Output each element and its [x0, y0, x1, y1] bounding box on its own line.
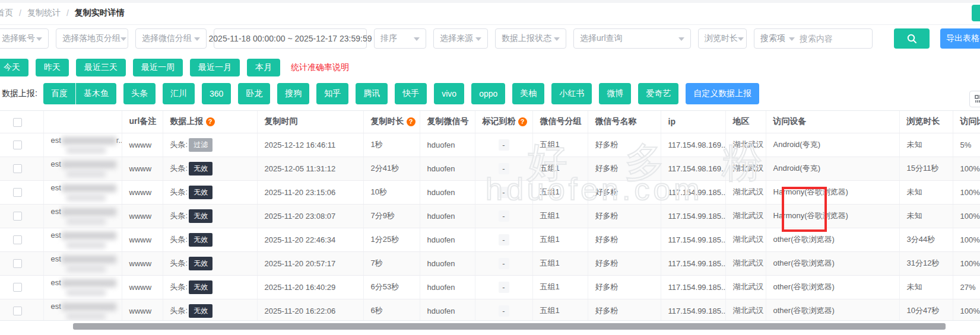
quick-date-button[interactable]: 最近一月	[190, 59, 240, 76]
blurred-text	[66, 266, 106, 272]
platform-button[interactable]: 知乎	[316, 83, 348, 104]
help-icon[interactable]	[206, 117, 215, 126]
sort-select[interactable]: 排序	[374, 28, 426, 49]
quick-date-button[interactable]: 昨天	[36, 59, 69, 76]
search-button[interactable]	[894, 28, 930, 49]
cell-wechat-group: 五组1	[532, 275, 588, 299]
cell-report-status: 头条:过滤	[163, 133, 257, 157]
mark-chip: -	[499, 187, 509, 198]
report-status-select[interactable]: 数据上报状态	[495, 28, 566, 49]
quick-date-button[interactable]: 今天	[0, 59, 28, 76]
data-table-container: url备注数据上报复制时间复制时长复制微信号标记到粉微信号分组微信号名称ip地区…	[0, 110, 980, 321]
platform-button[interactable]: 腾讯	[356, 83, 388, 104]
platform-button[interactable]: 小红书	[551, 83, 592, 104]
row-checkbox[interactable]	[13, 259, 22, 268]
account-select[interactable]: 选择账号	[0, 28, 49, 49]
report-status-badge: 无效	[189, 162, 213, 176]
browse-duration-select[interactable]: 浏览时长	[698, 28, 747, 49]
corner-button-fragment[interactable]	[972, 5, 980, 21]
cell-region: 湖北武汉	[725, 275, 766, 299]
cell-visit-ratio: 100%	[953, 180, 980, 204]
table-row[interactable]: est wwww 头条:无效 2025-11-20 16:22:06 6秒 hd…	[0, 299, 980, 321]
chevron-down-icon	[738, 37, 744, 44]
platform-button[interactable]: 美柚	[512, 83, 544, 104]
platform-button[interactable]: 微博	[599, 83, 631, 104]
row-checkbox[interactable]	[13, 283, 22, 292]
row-checkbox[interactable]	[13, 141, 22, 149]
platform-button[interactable]: oppo	[471, 83, 505, 104]
blurred-text	[66, 289, 106, 296]
breadcrumb-copy-stats[interactable]: 复制统计	[27, 8, 61, 18]
platform-button[interactable]: 百度	[43, 83, 76, 104]
cell-mark-to-fan: -	[475, 299, 532, 321]
platform-button[interactable]: 头条	[123, 83, 156, 104]
blurred-text	[66, 194, 106, 201]
accuracy-note-link[interactable]: 统计准确率说明	[291, 62, 349, 73]
quick-date-button[interactable]: 本月	[247, 59, 280, 76]
column-settings-button[interactable]	[969, 91, 980, 107]
report-channel: 头条:	[170, 259, 188, 267]
row-checkbox[interactable]	[13, 212, 22, 221]
export-table-button[interactable]: 导出表格	[940, 28, 980, 49]
row-checkbox[interactable]	[13, 188, 22, 197]
platform-button[interactable]: 卧龙	[238, 83, 270, 104]
cell-copy-wechat: hduofen	[420, 275, 475, 299]
cell-mark-to-fan: -	[475, 204, 532, 228]
column-header-label: 数据上报	[170, 116, 204, 126]
column-header-label: 复制时长	[371, 116, 404, 126]
breadcrumb-home[interactable]: 首页	[0, 8, 13, 18]
cell-wechat-name: 好多粉	[588, 204, 661, 228]
cell-ip: 117.154.98.169...	[661, 133, 725, 157]
platform-button[interactable]: vivo	[434, 83, 464, 104]
platform-button[interactable]: 快手	[395, 83, 427, 104]
report-channel: 头条:	[170, 211, 188, 220]
table-row[interactable]: est wwww 头条:无效 2025-11-20 23:15:06 10秒 h…	[0, 180, 980, 204]
cell-url-note: wwww	[122, 228, 163, 251]
cell-wechat-group: 五组1	[532, 251, 588, 275]
custom-report-button[interactable]: 自定义数据上报	[686, 83, 759, 104]
platform-button[interactable]: 汇川	[163, 83, 195, 104]
cell-report-status: 头条:无效	[163, 275, 257, 299]
cell-visit-ratio: 100%	[953, 204, 980, 228]
row-checkbox[interactable]	[13, 235, 22, 244]
row-checkbox[interactable]	[13, 164, 22, 173]
cell-copy-time: 2025-11-20 16:22:06	[257, 299, 363, 321]
quick-date-button[interactable]: 最近三天	[76, 59, 126, 76]
help-icon[interactable]	[518, 117, 527, 126]
quick-date-button[interactable]: 最近一周	[133, 59, 183, 76]
top-band	[0, 0, 980, 3]
horizontal-scrollbar-thumb[interactable]	[73, 323, 946, 330]
wechat-group-placeholder: 选择微信分组	[142, 33, 192, 44]
help-icon[interactable]	[407, 117, 416, 126]
cell-device: other(谷歌浏览器)	[766, 251, 899, 275]
wechat-group-select[interactable]: 选择微信分组	[135, 28, 207, 49]
browse-duration-placeholder: 浏览时长	[705, 33, 738, 44]
table-row[interactable]: est wwww 头条:无效 2025-11-20 22:46:34 1分25秒…	[0, 228, 980, 251]
table-row[interactable]: est wwww 头条:无效 2025-12-05 11:31:12 2分41秒…	[0, 157, 980, 180]
url-query-select[interactable]: 选择url查询	[573, 28, 691, 49]
table-row[interactable]: est wwww 头条:无效 2025-11-20 20:57:17 7秒 hd…	[0, 251, 980, 275]
chevron-down-icon	[554, 37, 560, 44]
date-range-picker[interactable]: 2025-11-18 00:00:00 ~ 2025-12-17 23:59:5…	[214, 28, 367, 49]
platform-button[interactable]: 搜狗	[277, 83, 309, 104]
report-status-badge: 无效	[189, 233, 213, 247]
landing-group-select[interactable]: 选择落地页分组	[56, 28, 128, 49]
column-header: 微信号名称	[588, 111, 661, 133]
source-select[interactable]: 选择来源	[433, 28, 488, 49]
search-field-select[interactable]: 搜索项	[760, 33, 800, 44]
row-checkbox[interactable]	[13, 307, 22, 315]
search-input[interactable]	[800, 34, 865, 43]
platform-button[interactable]: 360	[202, 83, 231, 104]
table-row[interactable]: estr... wwww 头条:过滤 2025-12-12 16:46:11 1…	[0, 133, 980, 157]
table-row[interactable]: est wwww 头条:无效 2025-11-20 23:08:07 7分9秒 …	[0, 204, 980, 228]
report-status-badge: 过滤	[189, 138, 213, 152]
platform-button[interactable]: 基木鱼	[76, 83, 116, 104]
platform-button[interactable]: 爱奇艺	[638, 83, 678, 104]
column-header-label: 复制微信号	[427, 116, 469, 126]
cell-wechat-name: 好多粉	[588, 299, 661, 321]
table-row[interactable]: est wwww 头条:无效 2025-11-20 16:40:29 6分53秒…	[0, 275, 980, 299]
cell-copy-time: 2025-12-12 16:46:11	[257, 133, 363, 157]
cell-landing-name: estr...	[43, 133, 122, 157]
cell-landing-name: est	[43, 180, 122, 204]
select-all-checkbox[interactable]	[13, 118, 22, 127]
